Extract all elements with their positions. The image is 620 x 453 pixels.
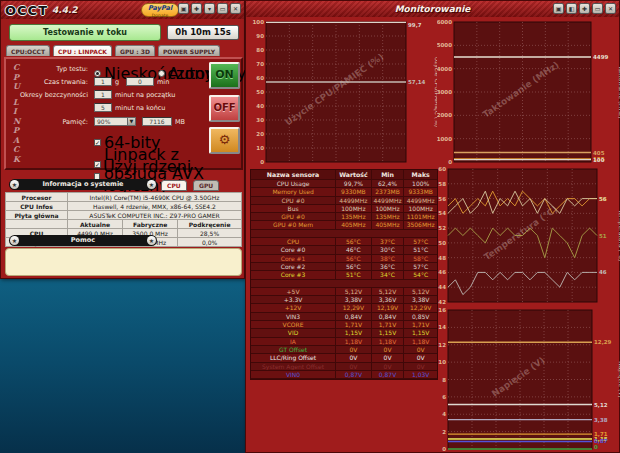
close-icon[interactable]: ✕ <box>230 3 241 14</box>
okres-start-input[interactable]: 1 <box>94 90 112 99</box>
sensor-name: Bus <box>251 205 336 212</box>
screen-icon[interactable]: ▣ <box>178 3 189 14</box>
sensor-value: 0V <box>372 363 405 370</box>
sensor-value: 405MHz <box>336 221 372 228</box>
chart-clocks: 0100020003000400050006000Taktowanie (MHz… <box>437 20 620 166</box>
sensor-value: 0V <box>404 346 437 353</box>
minimize-icon[interactable]: ▾ <box>204 3 215 14</box>
czas-min-input[interactable]: 0 <box>126 77 154 86</box>
svg-text:99,7: 99,7 <box>408 22 422 28</box>
sensor-value: 54°C <box>404 271 437 278</box>
sensor-header-cell: Maks <box>404 170 437 179</box>
svg-text:10: 10 <box>438 359 446 365</box>
sensor-row: +12V12,29V12,19V12,29V <box>251 304 437 312</box>
sensor-value: 0V <box>404 354 437 361</box>
paypal-donate-button[interactable]: PayPal Donate <box>141 3 179 17</box>
occt-version: 4.4.2 <box>52 5 78 15</box>
sensor-row: VIN00,87V0,87V1,03V <box>251 371 437 379</box>
svg-text:0: 0 <box>448 159 452 165</box>
sensor-value: 1,03V <box>404 371 437 378</box>
occt-titlebar[interactable]: OCCT 4.4.2 PayPal Donate ▣✚▾▭✕ <box>1 1 244 19</box>
star-icon[interactable]: ★ <box>147 236 156 245</box>
svg-text:5,12: 5,12 <box>594 402 608 408</box>
monitoring-title: Monitorowanie <box>395 4 471 14</box>
settings-gear-button[interactable]: ⚙ <box>209 127 240 154</box>
sensor-value: 0V <box>404 363 437 370</box>
svg-text:12,29: 12,29 <box>594 339 612 345</box>
svg-text:0: 0 <box>260 159 264 165</box>
sensor-name: CPU #0 <box>251 197 336 204</box>
svg-text:405: 405 <box>593 150 605 156</box>
monitoring-client-area: 0102030405060708090100Użycie CPU/PAMIĘĆ … <box>246 17 619 452</box>
sensor-table: Nazwa sensoraWartośćMinMaksCPU Usage99,7… <box>250 169 438 380</box>
star-icon[interactable]: ★ <box>147 180 156 189</box>
svg-text:57,14: 57,14 <box>408 79 426 85</box>
sensor-value: 3506MHz <box>404 221 437 228</box>
sensor-value: 9333MB <box>404 188 437 195</box>
move-icon[interactable]: ◧ <box>566 3 577 14</box>
star-icon[interactable]: ★ <box>10 236 19 245</box>
occt-logo: OCCT <box>5 3 48 18</box>
sensor-row: VID1,15V1,15V1,15V <box>251 329 437 337</box>
sysinfo-row-label: Płyta główna <box>6 211 68 220</box>
svg-text:14: 14 <box>438 324 446 330</box>
sensor-value: 100MHz <box>336 205 372 212</box>
tab-cpu-linpack[interactable]: CPU : LINPACK <box>53 45 112 56</box>
sysinfo-row: ProcesorIntel(R) Core(TM) i5-4690K CPU @… <box>6 193 242 202</box>
monitoring-titlebar[interactable]: Monitorowanie ▣◧✚▭✕ <box>246 1 619 17</box>
minimize-icon[interactable]: ✚ <box>579 3 590 14</box>
tab-power-supply[interactable]: POWER SUPPLY <box>158 45 220 56</box>
sensor-value: 51°C <box>404 246 437 253</box>
tab-gpu-3d[interactable]: GPU : 3D <box>115 45 155 56</box>
screen-icon[interactable]: ▣ <box>553 3 564 14</box>
maximize-icon[interactable]: ▭ <box>592 3 603 14</box>
on-button[interactable]: ON <box>209 62 240 89</box>
sensor-name: LLC/Ring Offset <box>251 354 336 361</box>
sysinfo-tab-gpu[interactable]: GPU <box>193 180 219 191</box>
sensor-header-cell: Nazwa sensora <box>251 170 336 179</box>
sensor-value: 0V <box>336 346 372 353</box>
sensor-value: 4499MHz <box>372 197 405 204</box>
svg-text:42: 42 <box>438 299 446 305</box>
svg-text:51: 51 <box>599 233 607 239</box>
sensor-row: VIN30,84V0,84V0,85V <box>251 313 437 321</box>
sensor-name: GPU #0 <box>251 213 336 220</box>
sensor-name: VIN0 <box>251 371 336 378</box>
okres-end-unit: minut na końcu <box>115 104 165 112</box>
svg-text:56: 56 <box>599 196 607 202</box>
czas-h-input[interactable]: 1 <box>94 77 112 86</box>
chevron-down-icon[interactable]: ▼ <box>127 118 135 125</box>
move-icon[interactable]: ✚ <box>191 3 202 14</box>
sensor-name: Core #0 <box>251 246 336 253</box>
sensor-value: 12,29V <box>404 304 437 311</box>
sensor-value: 1,15V <box>372 329 405 336</box>
freq-row-value: 0,0% <box>178 238 242 247</box>
sensor-value: 1,71V <box>372 321 405 328</box>
sysinfo-tab-cpu[interactable]: CPU <box>161 180 187 191</box>
pamiec-select[interactable]: 90% ▼ <box>94 117 136 126</box>
sensor-row: +5V5,12V5,12V5,12V <box>251 288 437 296</box>
monitoring-window: Monitorowanie ▣◧✚▭✕ 01020304050607080901… <box>245 0 620 453</box>
okres-end-input[interactable]: 5 <box>94 103 112 112</box>
svg-text:58: 58 <box>438 181 446 187</box>
sensor-value: 135MHz <box>372 213 405 220</box>
sensor-value: 100MHz <box>404 205 437 212</box>
sensor-name: IA <box>251 338 336 345</box>
off-button[interactable]: OFF <box>209 95 240 122</box>
sysinfo-row-label: CPU Infos <box>6 202 68 211</box>
sensor-value: 57°C <box>404 263 437 270</box>
sensor-row: GT Offset0V0V0V <box>251 346 437 354</box>
pamiec-mb-input[interactable]: 7116 <box>142 117 172 126</box>
close-icon[interactable]: ✕ <box>605 3 616 14</box>
occt-client-area: Testowanie w toku 0h 10m 15s CPU:OCCTCPU… <box>1 19 244 278</box>
svg-text:46: 46 <box>599 269 607 275</box>
sensor-value: 5,12V <box>336 288 372 295</box>
sensor-name: Core #1 <box>251 255 336 262</box>
czas-h-unit: g <box>115 78 119 86</box>
svg-text:56: 56 <box>438 196 446 202</box>
sensor-value: 57°C <box>404 238 437 245</box>
tab-cpu-occt[interactable]: CPU:OCCT <box>6 45 50 56</box>
maximize-icon[interactable]: ▭ <box>217 3 228 14</box>
star-icon[interactable]: ★ <box>10 180 19 189</box>
svg-text:2: 2 <box>442 429 446 435</box>
